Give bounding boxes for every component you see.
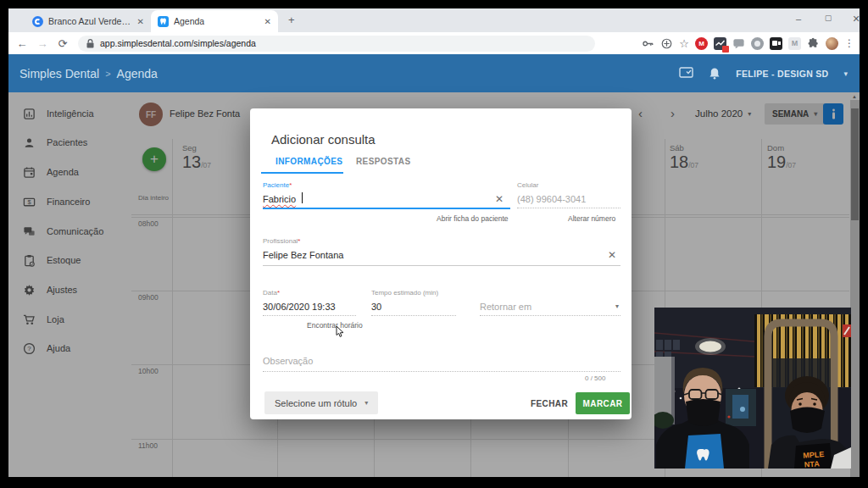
tempo-input[interactable]: 30 [371,298,456,316]
extension-chart-icon[interactable] [714,37,726,50]
tab-close-icon[interactable]: ✕ [264,17,271,26]
hour-label: 11h00 [138,441,158,450]
paciente-input[interactable]: Fabricio ✕ [263,191,510,209]
day-month: /07 [201,161,211,169]
profile-avatar[interactable] [826,37,838,50]
extension-circle-icon[interactable] [751,37,764,50]
breadcrumb-page: Agenda [117,67,158,80]
shirt-text-line2: NTA [804,459,821,469]
extension-m-icon[interactable]: M [788,37,801,50]
day-month: /07 [688,161,698,169]
day-header-sab[interactable]: Sáb 18/07 [670,143,698,172]
svg-text:$: $ [27,198,31,206]
professional-chip-name[interactable]: Felipe Bez Fonta [170,108,240,119]
sidebar-item-loja[interactable]: Loja [8,308,131,330]
user-caret-icon[interactable]: ▾ [843,69,848,78]
data-value: 30/06/2020 19:33 [263,302,336,312]
browser-toolbar: ← → ⟳ app.simplesdental.com/simples/agen… [8,32,860,55]
next-week-icon[interactable]: › [670,106,675,120]
paciente-clear-icon[interactable]: ✕ [495,193,504,205]
bookmark-star-icon[interactable]: ☆ [679,37,689,50]
svg-text:?: ? [27,345,31,352]
rotulo-select[interactable]: Selecione um rótulo ▾ [264,391,378,414]
money-icon: $ [23,196,36,208]
window-minimize-button[interactable]: – [788,14,809,24]
add-appointment-fab[interactable]: + [142,147,166,171]
chrome-menu-icon[interactable]: ⋮ [844,37,854,49]
back-button[interactable]: ← [12,37,32,50]
sidebar-label: Ajuda [47,343,70,353]
device-icon[interactable] [679,67,693,80]
browser-tab-inactive[interactable]: Branco Azul Verde e Amarelo M ✕ [25,11,151,31]
day-header-dom[interactable]: Dom 19/07 [767,143,796,172]
extension-chat-icon[interactable] [732,37,745,50]
paciente-label: Paciente* [263,181,292,189]
address-bar[interactable]: app.simplesdental.com/simples/agenda [78,36,595,52]
data-label: Data* [263,289,280,297]
sidebar-item-pacientes[interactable]: Pacientes [8,131,131,153]
password-key-icon[interactable] [642,37,654,50]
profissional-clear-icon[interactable]: ✕ [608,249,616,261]
webcam-overlay: MPLE NTA [654,308,851,469]
marcar-button[interactable]: MARCAR [576,392,630,414]
sidebar-label: Pacientes [47,137,87,147]
extensions-puzzle-icon[interactable] [807,37,820,50]
notifications-bell-icon[interactable] [709,67,721,80]
fechar-button[interactable]: FECHAR [531,399,568,408]
agenda-info-button[interactable] [823,103,843,125]
sidebar-label: Ajustes [47,285,77,295]
professional-avatar[interactable]: FF [139,103,163,126]
view-selector[interactable]: SEMANA ▾ [765,103,825,125]
tab-informacoes[interactable]: INFORMAÇÕES [275,157,342,166]
profissional-value: Felipe Bez Fontana [263,250,343,260]
sidebar-item-ajustes[interactable]: Ajustes [8,279,131,301]
tab-title: Branco Azul Verde e Amarelo M [48,16,131,26]
extension-recorder-icon[interactable] [770,37,782,50]
day-number: 19 [767,152,786,171]
tab-favicon-palette [32,16,43,27]
prev-week-icon[interactable]: ‹ [638,106,643,120]
sidebar-item-ajuda[interactable]: ? Ajuda [8,337,131,359]
encontrar-horario-link[interactable]: Encontrar horário [307,321,363,330]
observacao-input[interactable]: Observação [263,352,620,372]
sidebar-item-financeiro[interactable]: $ Financeiro [8,191,131,213]
retornar-select[interactable]: Retornar em ▾ [480,298,620,316]
reload-button[interactable]: ⟳ [53,37,73,50]
profissional-input[interactable]: Felipe Bez Fontana ✕ [263,247,620,266]
scrollbar-thumb[interactable] [851,108,859,220]
day-number: 18 [670,152,688,171]
month-selector[interactable]: Julho 2020 ▾ [695,108,751,119]
add-appointment-dialog: Adicionar consulta INFORMAÇÕES RESPOSTAS… [250,108,632,419]
window-maximize-button[interactable]: ▢ [818,14,838,22]
new-tab-button[interactable]: + [288,14,295,26]
hour-label: 09h00 [138,293,159,302]
extension-mega-icon[interactable]: M [695,37,708,50]
sidebar-label: Comunicação [47,226,103,236]
chart-icon [23,108,36,120]
sidebar-label: Financeiro [47,197,90,207]
day-header-seg[interactable]: Seg 13/07 [182,143,211,172]
person-icon [23,136,36,149]
tab-respostas[interactable]: RESPOSTAS [356,157,411,166]
celular-input[interactable]: (48) 99604-3041 [517,191,620,208]
tab-close-icon[interactable]: ✕ [137,17,144,26]
breadcrumb: Simples Dental > Agenda [19,67,158,80]
sidebar-item-comunicacao[interactable]: Comunicação [8,220,131,242]
abrir-ficha-link[interactable]: Abrir ficha do paciente [437,214,509,223]
retornar-caret-icon: ▾ [615,302,619,310]
sidebar-item-inteligencia[interactable]: Inteligência [8,103,131,125]
browser-tab-active[interactable]: Agenda ✕ [151,10,278,32]
rotulo-caret-icon: ▾ [364,399,368,407]
alterar-numero-link[interactable]: Alterar número [568,214,615,223]
day-name: Dom [767,143,796,152]
tab-title: Agenda [174,16,204,26]
target-icon[interactable] [660,37,673,50]
data-input[interactable]: 30/06/2020 19:33 [263,298,356,316]
scrollbar-up-icon[interactable]: ▲ [852,94,857,99]
forward-button[interactable]: → [32,37,53,50]
tab-strip: Branco Azul Verde e Amarelo M ✕ Agenda ✕… [8,8,860,32]
user-menu[interactable]: FELIPE - DESIGN SD [736,69,828,79]
sidebar-item-agenda[interactable]: Agenda [8,161,131,183]
sidebar-item-estoque[interactable]: Estoque [8,249,131,271]
breadcrumb-app[interactable]: Simples Dental [19,67,99,80]
